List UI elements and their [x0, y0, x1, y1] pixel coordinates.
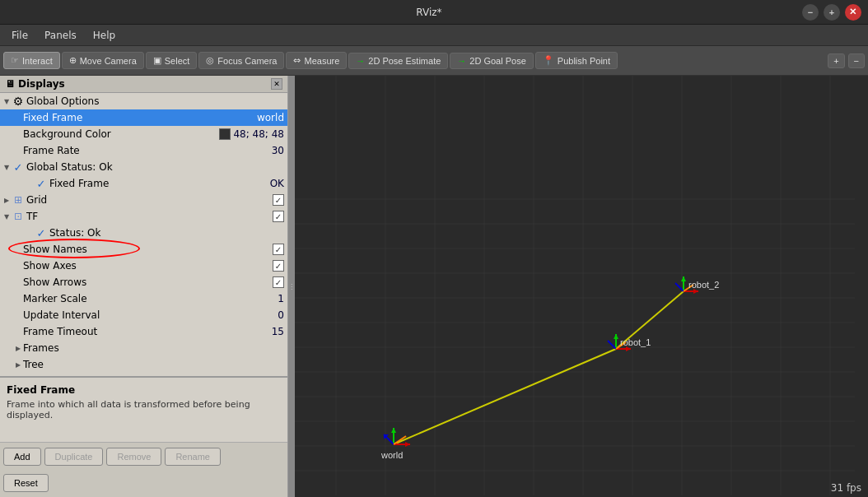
tf-checkbox[interactable]: ✓ — [273, 211, 284, 222]
viewport[interactable]: world robot_1 robot_2 31 fps — [295, 76, 868, 497]
maximize-button[interactable]: + — [824, 4, 840, 21]
displays-close-button[interactable]: ✕ — [271, 78, 282, 90]
pose-estimate-label: 2D Pose Estimate — [368, 56, 441, 66]
point-icon: 📍 — [543, 55, 554, 66]
toolbar-add-button[interactable]: + — [828, 53, 844, 68]
expand-icon-fixed-frame — [13, 113, 23, 123]
remove-button[interactable]: Remove — [106, 448, 161, 466]
duplicate-button[interactable]: Duplicate — [44, 448, 104, 466]
pose-estimate-button[interactable]: → 2D Pose Estimate — [348, 53, 448, 69]
tree-item-show-arrows[interactable]: Show Arrows ✓ — [0, 274, 287, 290]
grid-checkbox-value: ✓ — [273, 194, 287, 206]
info-panel-title: Fixed Frame — [7, 384, 281, 396]
window-title: RViz* — [416, 7, 441, 18]
menu-file[interactable]: File — [3, 27, 36, 44]
move-camera-label: Move Camera — [80, 56, 137, 66]
tree-item-update-interval[interactable]: Update Interval 0 — [0, 307, 287, 323]
tree-area[interactable]: ⚙ Global Options Fixed Frame world Backg… — [0, 93, 287, 376]
background-color-label: Background Color — [23, 128, 219, 140]
interact-label: Interact — [22, 56, 53, 66]
show-axes-label: Show Axes — [23, 260, 273, 272]
measure-button[interactable]: ⇔ Measure — [286, 52, 347, 69]
grid-canvas: world robot_1 robot_2 — [295, 76, 868, 497]
grid-label: Grid — [26, 194, 273, 206]
expand-icon-marker-scale — [13, 294, 23, 304]
toolbar-end: + − — [828, 53, 865, 68]
bottom-buttons: Add Duplicate Remove Rename — [0, 442, 287, 471]
tree-item-show-names[interactable]: Show Names ✓ — [0, 241, 287, 258]
expand-icon-tree — [13, 360, 23, 369]
show-names-checkbox[interactable]: ✓ — [273, 244, 284, 255]
show-axes-checkbox[interactable]: ✓ — [273, 260, 284, 272]
expand-icon-frame-rate — [13, 146, 23, 156]
tree-item-marker-scale[interactable]: Marker Scale 1 — [0, 290, 287, 307]
tree-item-show-axes[interactable]: Show Axes ✓ — [0, 258, 287, 274]
show-arrows-checkbox[interactable]: ✓ — [273, 276, 284, 288]
svg-text:robot_2: robot_2 — [688, 280, 719, 290]
measure-icon: ⇔ — [293, 55, 301, 66]
frame-timeout-label: Frame Timeout — [23, 326, 272, 337]
tree-item-frame-timeout[interactable]: Frame Timeout 15 — [0, 323, 287, 340]
expand-icon-bg-color — [13, 129, 23, 139]
goal-pose-label: 2D Goal Pose — [469, 56, 525, 66]
tf-label: TF — [26, 211, 273, 222]
resize-handle[interactable]: ⋮ — [288, 76, 295, 497]
move-camera-button[interactable]: ⊕ Move Camera — [62, 52, 144, 69]
select-icon: ▣ — [153, 55, 161, 66]
checkmark-tf-status-icon: ✓ — [35, 226, 48, 239]
expand-icon-update-interval — [13, 310, 23, 320]
focus-camera-button[interactable]: ◎ Focus Camera — [198, 52, 284, 69]
fixed-frame-value: world — [257, 112, 287, 123]
menu-help[interactable]: Help — [85, 27, 124, 44]
expand-icon-tf — [2, 211, 12, 221]
select-button[interactable]: ▣ Select — [146, 52, 198, 69]
displays-icon: 🖥 — [5, 78, 15, 90]
tree-item-fixed-frame[interactable]: Fixed Frame world — [0, 109, 287, 126]
show-names-checkbox-value: ✓ — [273, 244, 287, 255]
publish-point-label: Publish Point — [558, 56, 610, 66]
expand-icon-show-axes — [13, 261, 23, 271]
tree-item-tf-status[interactable]: ✓ Status: Ok — [0, 225, 287, 241]
grid-checkbox[interactable]: ✓ — [273, 194, 284, 206]
tree-item-tree[interactable]: Tree — [0, 356, 287, 373]
expand-icon-show-names — [13, 244, 23, 254]
titlebar: RViz* − + ✕ — [0, 0, 868, 25]
displays-header: 🖥 Displays ✕ — [0, 76, 287, 93]
expand-icon-frame-timeout — [13, 327, 23, 337]
info-panel: Fixed Frame Frame into which all data is… — [0, 376, 287, 442]
displays-title-text: Displays — [18, 78, 65, 90]
frame-rate-label: Frame Rate — [23, 145, 272, 156]
tree-item-background-color[interactable]: Background Color 48; 48; 48 — [0, 126, 287, 142]
tree-item-frames[interactable]: Frames — [0, 340, 287, 356]
goal-pose-button[interactable]: → 2D Goal Pose — [450, 53, 533, 69]
fixed-frame-label: Fixed Frame — [23, 112, 257, 123]
tree-item-grid[interactable]: ⊞ Grid ✓ — [0, 192, 287, 208]
publish-point-button[interactable]: 📍 Publish Point — [535, 52, 618, 69]
tf-checkbox-value: ✓ — [273, 211, 287, 222]
rename-button[interactable]: Rename — [165, 448, 221, 466]
frames-label: Frames — [23, 342, 287, 354]
add-button[interactable]: Add — [3, 448, 41, 466]
frame-timeout-value: 15 — [272, 326, 287, 337]
tree-item-global-status[interactable]: ✓ Global Status: Ok — [0, 159, 287, 175]
close-button[interactable]: ✕ — [845, 4, 861, 21]
frame-rate-value: 30 — [272, 145, 287, 156]
expand-icon-global-status — [2, 162, 12, 172]
tree-item-fixed-frame-status[interactable]: ✓ Fixed Frame OK — [0, 175, 287, 192]
tree-item-global-options[interactable]: ⚙ Global Options — [0, 93, 287, 109]
toolbar-remove-button[interactable]: − — [848, 53, 865, 68]
minimize-button[interactable]: − — [802, 4, 819, 21]
camera-icon: ⊕ — [69, 55, 77, 66]
tree-item-frame-rate[interactable]: Frame Rate 30 — [0, 142, 287, 159]
menu-panels[interactable]: Panels — [36, 27, 85, 44]
reset-button[interactable]: Reset — [3, 474, 49, 492]
svg-text:robot_1: robot_1 — [620, 337, 651, 347]
tree-item-tf[interactable]: ⊡ TF ✓ — [0, 208, 287, 225]
displays-title: 🖥 Displays — [5, 78, 65, 90]
focus-camera-label: Focus Camera — [217, 56, 277, 66]
interact-button[interactable]: ☞ Interact — [3, 52, 60, 69]
svg-rect-0 — [295, 76, 868, 497]
checkmark-ff-status-icon: ✓ — [35, 177, 48, 190]
cursor-icon: ☞ — [11, 55, 19, 66]
tf-icon: ⊡ — [12, 210, 25, 223]
